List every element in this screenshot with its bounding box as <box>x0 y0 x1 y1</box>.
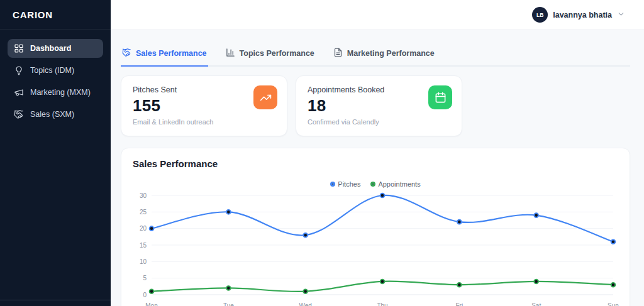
legend-label: Pitches <box>338 180 360 188</box>
app-window: CARION Dashboard Topics (IDM) Marketing … <box>0 0 644 306</box>
legend-label: Appointments <box>378 180 420 188</box>
sidebar-nav: Dashboard Topics (IDM) Marketing (MXM) S… <box>0 30 111 300</box>
legend-item-appointments[interactable]: Appointments <box>370 180 420 188</box>
sidebar-item-sales[interactable]: Sales (SXM) <box>8 105 103 124</box>
legend-marker-pitches <box>330 182 335 187</box>
tab-label: Sales Performance <box>136 49 207 58</box>
svg-text:10: 10 <box>140 258 147 265</box>
tab-label: Topics Performance <box>240 49 314 58</box>
stat-subtitle: Email & LinkedIn outreach <box>133 118 275 126</box>
bar-chart-icon <box>226 48 235 59</box>
calendar-icon <box>428 85 452 109</box>
sidebar-item-label: Topics (IDM) <box>30 66 74 75</box>
megaphone-icon <box>14 87 24 97</box>
chevron-down-icon <box>617 9 625 21</box>
stat-card-appointments-booked: Appointments Booked 18 Confirmed via Cal… <box>296 75 462 136</box>
sidebar-item-dashboard[interactable]: Dashboard <box>8 39 103 58</box>
user-menu[interactable]: LB lavannya bhatia <box>532 7 625 23</box>
sidebar-item-label: Sales (SXM) <box>30 110 74 119</box>
sales-performance-chart-card: Sales Performance Pitches Appointments 0… <box>121 148 630 306</box>
document-icon <box>333 48 343 59</box>
stat-subtitle: Confirmed via Calendly <box>308 118 450 126</box>
legend-item-pitches[interactable]: Pitches <box>330 180 360 188</box>
svg-text:Mon: Mon <box>145 302 157 306</box>
svg-text:Tue: Tue <box>223 302 234 306</box>
handshake-icon <box>122 48 131 59</box>
dashboard-grid-icon <box>14 43 24 53</box>
tab-sales-performance[interactable]: Sales Performance <box>121 44 208 67</box>
lightbulb-icon <box>14 65 24 75</box>
sidebar-item-label: Dashboard <box>30 44 71 53</box>
chart-legend: Pitches Appointments <box>133 179 618 189</box>
brand: CARION <box>0 0 111 30</box>
svg-text:Sun: Sun <box>608 302 619 306</box>
trending-up-icon <box>253 85 277 109</box>
tab-marketing-performance[interactable]: Marketing Performance <box>332 44 436 67</box>
sidebar-footer-divider <box>0 300 111 306</box>
legend-marker-appointments <box>370 182 375 187</box>
svg-text:30: 30 <box>140 192 147 199</box>
svg-text:0: 0 <box>143 292 147 298</box>
chart-title: Sales Performance <box>133 158 618 169</box>
sidebar-item-marketing[interactable]: Marketing (MXM) <box>8 83 103 102</box>
svg-text:Thu: Thu <box>377 302 387 306</box>
brand-logo-text: CARION <box>13 9 53 20</box>
svg-text:15: 15 <box>140 242 147 249</box>
svg-text:20: 20 <box>140 225 147 232</box>
svg-text:Sat: Sat <box>531 302 541 306</box>
stat-card-row: Pitches Sent 155 Email & LinkedIn outrea… <box>121 75 630 136</box>
svg-text:5: 5 <box>143 275 147 281</box>
topbar: LB lavannya bhatia <box>111 0 644 30</box>
tab-bar: Sales Performance Topics Performance Mar… <box>121 44 630 67</box>
user-name: lavannya bhatia <box>553 11 612 19</box>
line-chart: 051015202530MonTueWedThuFriSatSun <box>133 190 619 306</box>
tab-topics-performance[interactable]: Topics Performance <box>225 44 316 67</box>
tab-label: Marketing Performance <box>347 49 435 58</box>
stat-card-pitches-sent: Pitches Sent 155 Email & LinkedIn outrea… <box>121 75 287 136</box>
svg-text:Wed: Wed <box>299 302 311 306</box>
svg-text:Fri: Fri <box>455 302 463 306</box>
sidebar-item-label: Marketing (MXM) <box>30 88 91 97</box>
main-content: Sales Performance Topics Performance Mar… <box>111 30 644 306</box>
svg-text:25: 25 <box>140 209 147 216</box>
sidebar: CARION Dashboard Topics (IDM) Marketing … <box>0 0 111 306</box>
handshake-icon <box>14 109 24 119</box>
avatar: LB <box>532 7 548 23</box>
sidebar-item-topics[interactable]: Topics (IDM) <box>8 61 103 80</box>
